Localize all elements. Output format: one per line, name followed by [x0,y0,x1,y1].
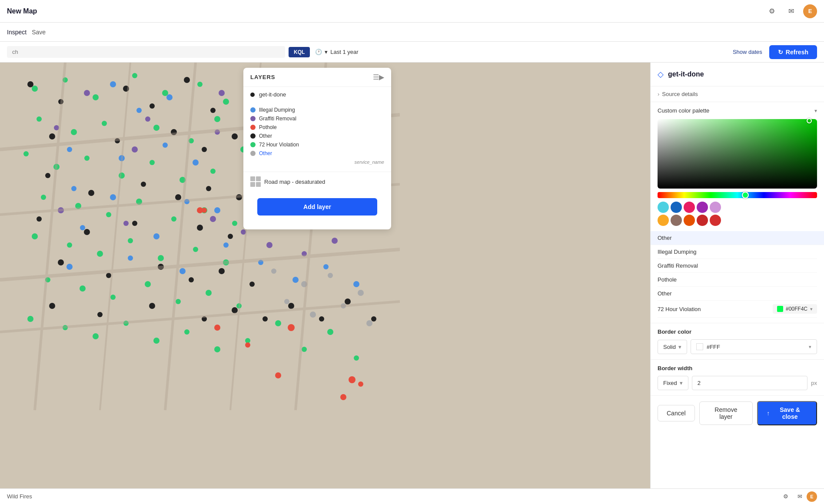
kql-button[interactable]: KQL [289,47,310,57]
gradient-handle[interactable] [807,118,812,123]
color-item-other-active[interactable]: Other [651,231,824,245]
border-color-preview [696,343,703,350]
bottom-buttons: Cancel Remove layer ↑ Save & close [651,395,824,431]
time-icon: 🕐 [315,49,322,55]
inspect-link[interactable]: Inspect [7,29,27,36]
road-map-icon [250,176,261,187]
color-swatch-blue[interactable] [671,202,682,213]
color-item-graffiti-label: Graffiti Removal [658,262,817,269]
avatar[interactable]: E [803,4,817,18]
color-item-illegal-dumping-label: Illegal Dumping [658,249,817,255]
time-label: Last 1 year [330,49,358,55]
hue-handle[interactable] [742,192,749,199]
border-color-section: Border color Solid ▾ #FFF ▾ [651,323,824,359]
refresh-icon: ↻ [778,49,783,56]
legend-service-label: service_name [250,158,384,168]
legend-row-other-1: Other [250,132,384,140]
color-item-other-active-label: Other [658,235,817,241]
color-swatches-row1 [658,202,817,213]
bottom-bar-label: Wild Fires [7,493,32,500]
bottom-settings-icon[interactable]: ⚙ [779,490,793,504]
right-panel-title: get-it-done [668,70,704,78]
legend-label-other-2: Other [259,150,384,156]
road-map-item[interactable]: Road map - desaturated [243,172,391,191]
layer-item-get-it-done[interactable]: get-it-done [243,87,391,102]
legend-label-72hr: 72 Hour Violation [259,142,384,148]
color-swatch-brown-light[interactable] [671,215,682,226]
refresh-button[interactable]: ↻ Refresh [769,45,817,59]
color-section: Custom color palette ▾ [651,102,824,323]
save-close-button[interactable]: ↑ Save & close [757,401,817,425]
mail-icon[interactable]: ✉ [784,4,798,18]
color-item-pothole[interactable]: Pothole [658,273,817,287]
color-swatch-red-dark[interactable] [697,215,708,226]
save-icon: ↑ [767,410,770,417]
color-item-graffiti[interactable]: Graffiti Removal [658,259,817,273]
color-palette-header: Custom color palette ▾ [658,107,817,114]
border-color-label: Border color [658,328,817,335]
legend-dot-pothole [250,125,256,130]
border-fixed-label: Fixed [663,380,677,386]
color-hex-72hr: #00FF4C [786,306,807,312]
show-dates-button[interactable]: Show dates [733,49,762,55]
color-chevron-72hr: ▾ [810,306,813,312]
color-value-72hr[interactable]: #00FF4C ▾ [773,304,817,314]
bottom-avatar[interactable]: E [807,491,817,502]
color-item-72hr-row[interactable]: 72 Hour Violation #00FF4C ▾ [658,301,817,318]
color-item-other-2-label: Other [658,290,817,297]
search-input[interactable] [7,46,285,58]
border-fixed-select[interactable]: Fixed ▾ [658,376,688,390]
color-item-illegal-dumping[interactable]: Illegal Dumping [658,245,817,259]
source-details-row[interactable]: › Source details [651,86,824,102]
top-bar-title: New Map [7,7,37,15]
color-swatch-deep-orange[interactable] [684,215,695,226]
border-hex-box[interactable]: #FFF ▾ [691,339,817,354]
sub-bar: Inspect Save [0,23,824,42]
color-swatch-red[interactable] [710,215,721,226]
hue-slider[interactable] [658,192,817,198]
color-swatches-row2 [658,215,817,226]
legend-dot-graffiti [250,116,256,121]
filter-bar: KQL 🕐 ▾ Last 1 year Show dates ↻ Refresh [0,42,824,63]
border-width-input[interactable]: 2 [692,376,807,390]
road-map-label: Road map - desaturated [264,179,325,185]
color-item-72hr-label: 72 Hour Violation [658,306,773,312]
bottom-bar: Wild Fires ⚙ ✉ E [0,488,824,504]
color-preview-72hr [777,306,783,312]
layers-menu-icon[interactable]: ☰▶ [373,73,384,81]
cancel-button[interactable]: Cancel [658,405,695,421]
border-width-section: Border width Fixed ▾ 2 px [651,359,824,395]
border-hex-value: #FFF [707,344,805,350]
color-palette-chevron[interactable]: ▾ [814,108,817,114]
color-palette-label: Custom color palette [658,107,709,114]
add-layer-button[interactable]: Add layer [257,198,377,216]
color-gradient-picker[interactable] [658,119,817,189]
legend-label-other-1: Other [259,133,384,139]
layers-header: LAYERS ☰▶ [243,68,391,87]
layers-title: LAYERS [250,74,276,80]
bottom-mail-icon[interactable]: ✉ [793,490,807,504]
settings-icon[interactable]: ⚙ [765,4,779,18]
layers-panel: LAYERS ☰▶ get-it-done Illegal Dumping Gr… [243,68,391,229]
remove-layer-button[interactable]: Remove layer [699,401,753,425]
legend-row-illegal-dumping: Illegal Dumping [250,106,384,114]
right-panel-icon: ◇ [658,70,664,79]
legend-row-other-2: Other [250,149,384,158]
legend-dot-other-2 [250,151,256,156]
border-width-label: Border width [658,365,817,371]
color-swatch-light-purple[interactable] [710,202,721,213]
color-swatch-teal[interactable] [658,202,669,213]
border-width-unit: px [811,380,817,386]
color-swatch-pink[interactable] [684,202,695,213]
legend-row-graffiti: Graffiti Removal [250,114,384,123]
border-style-select[interactable]: Solid ▾ [658,340,687,354]
time-filter[interactable]: 🕐 ▾ Last 1 year [315,49,358,55]
legend-label-pothole: Pothole [259,124,384,130]
border-fixed-chevron: ▾ [680,380,683,386]
color-swatch-amber[interactable] [658,215,669,226]
color-swatch-purple[interactable] [697,202,708,213]
color-item-other-2[interactable]: Other [658,287,817,301]
legend-dot-72hr [250,142,256,147]
color-items-list: Other Illegal Dumping Graffiti Removal P… [658,231,817,318]
save-link[interactable]: Save [32,29,46,36]
